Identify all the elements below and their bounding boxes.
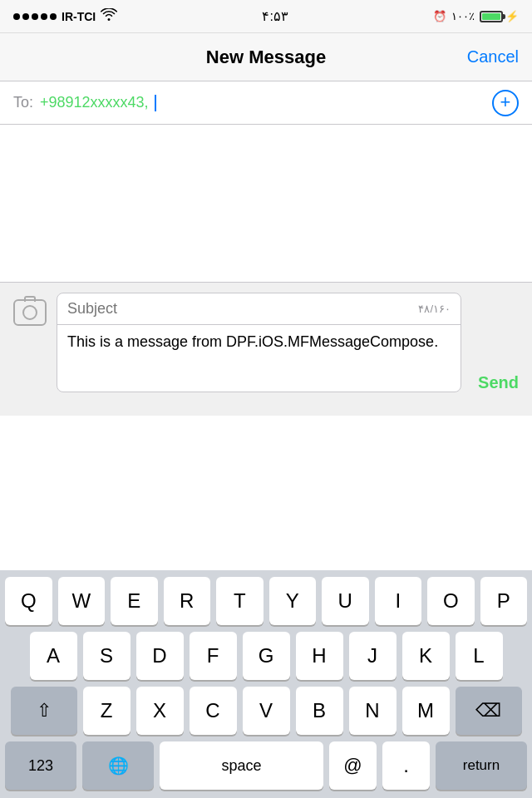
- battery-percent: ۱۰۰٪: [451, 10, 475, 22]
- keyboard: Q W E R T Y U I O P A S D F G H J K L ⇧ …: [0, 570, 532, 798]
- camera-icon-wrapper[interactable]: [13, 299, 47, 326]
- key-y[interactable]: Y: [269, 577, 317, 625]
- to-label: To:: [13, 94, 33, 111]
- keyboard-row-1: Q W E R T Y U I O P: [0, 570, 532, 625]
- header: New Message Cancel: [0, 33, 532, 81]
- globe-icon: 🌐: [108, 756, 129, 776]
- key-t[interactable]: T: [216, 577, 264, 625]
- key-f[interactable]: F: [190, 632, 237, 680]
- key-n[interactable]: N: [349, 687, 397, 735]
- cancel-button[interactable]: Cancel: [452, 47, 519, 66]
- subject-row[interactable]: ۴۸/۱۶۰: [57, 293, 461, 325]
- recipient-text: +98912xxxxx43,: [40, 94, 149, 111]
- text-cursor: [155, 95, 156, 111]
- key-p[interactable]: P: [480, 577, 528, 625]
- to-field: To: +98912xxxxx43, +: [0, 81, 532, 125]
- space-label: space: [221, 757, 261, 775]
- key-s[interactable]: S: [83, 632, 131, 680]
- compose-area: ۴۸/۱۶۰ This is a message from DPF.iOS.MF…: [0, 283, 532, 416]
- signal-dot-4: [41, 13, 47, 20]
- num-key[interactable]: 123: [5, 741, 76, 790]
- key-a[interactable]: A: [30, 632, 77, 680]
- message-box[interactable]: ۴۸/۱۶۰ This is a message from DPF.iOS.MF…: [57, 293, 461, 392]
- signal-dot-3: [32, 13, 38, 20]
- send-button[interactable]: Send: [471, 367, 519, 399]
- camera-icon: [13, 299, 47, 326]
- key-w[interactable]: W: [58, 577, 106, 625]
- status-left: IR-TCI: [13, 8, 117, 25]
- globe-key[interactable]: 🌐: [82, 741, 154, 790]
- return-key[interactable]: return: [436, 741, 527, 790]
- key-j[interactable]: J: [349, 632, 397, 680]
- carrier-name: IR-TCI: [62, 10, 96, 23]
- charging-icon: ⚡: [505, 10, 519, 22]
- key-q[interactable]: Q: [5, 577, 52, 625]
- space-key[interactable]: space: [160, 741, 323, 790]
- key-e[interactable]: E: [111, 577, 158, 625]
- signal-dots: [13, 13, 57, 20]
- page-title: New Message: [80, 47, 452, 68]
- battery-container: ⚡: [480, 10, 519, 22]
- delete-icon: ⌫: [475, 700, 501, 722]
- signal-dot-5: [50, 13, 57, 20]
- signal-dot-1: [13, 13, 20, 20]
- key-l[interactable]: L: [456, 632, 503, 680]
- return-label: return: [463, 757, 500, 774]
- key-o[interactable]: O: [427, 577, 475, 625]
- key-u[interactable]: U: [322, 577, 369, 625]
- signal-dot-2: [22, 13, 29, 20]
- key-x[interactable]: X: [136, 687, 184, 735]
- key-z[interactable]: Z: [83, 687, 131, 735]
- num-label: 123: [28, 757, 53, 775]
- shift-icon: ⇧: [37, 700, 52, 722]
- key-k[interactable]: K: [402, 632, 450, 680]
- key-r[interactable]: R: [164, 577, 211, 625]
- keyboard-row-2: A S D F G H J K L: [0, 625, 532, 680]
- delete-key[interactable]: ⌫: [456, 687, 522, 735]
- shift-key[interactable]: ⇧: [11, 687, 77, 735]
- recipient-token: +98912xxxxx43,: [40, 94, 485, 111]
- at-key[interactable]: @: [329, 741, 377, 790]
- status-time: ۴:۵۳: [262, 8, 288, 24]
- key-i[interactable]: I: [375, 577, 422, 625]
- key-d[interactable]: D: [136, 632, 184, 680]
- key-b[interactable]: B: [296, 687, 343, 735]
- message-body[interactable]: This is a message from DPF.iOS.MFMessage…: [57, 325, 461, 392]
- wifi-icon: [101, 8, 117, 25]
- subject-input[interactable]: [67, 300, 418, 318]
- add-recipient-button[interactable]: +: [492, 90, 519, 116]
- battery-icon: [480, 11, 503, 22]
- empty-compose-area[interactable]: [0, 125, 532, 283]
- char-count: ۴۸/۱۶۰: [418, 303, 451, 315]
- period-label: .: [403, 754, 409, 777]
- battery-fill: [482, 13, 500, 20]
- status-right: ⏰ ۱۰۰٪ ⚡: [433, 10, 519, 22]
- keyboard-bottom-row: 123 🌐 space @ . return: [0, 735, 532, 798]
- alarm-icon: ⏰: [433, 10, 446, 22]
- key-m[interactable]: M: [402, 687, 450, 735]
- status-bar: IR-TCI ۴:۵۳ ⏰ ۱۰۰٪ ⚡: [0, 0, 532, 33]
- plus-icon: +: [500, 93, 511, 111]
- key-h[interactable]: H: [296, 632, 343, 680]
- at-label: @: [343, 755, 362, 776]
- key-c[interactable]: C: [190, 687, 237, 735]
- key-g[interactable]: G: [243, 632, 290, 680]
- period-key[interactable]: .: [382, 741, 430, 790]
- key-v[interactable]: V: [243, 687, 290, 735]
- keyboard-row-3: ⇧ Z X C V B N M ⌫: [0, 680, 532, 735]
